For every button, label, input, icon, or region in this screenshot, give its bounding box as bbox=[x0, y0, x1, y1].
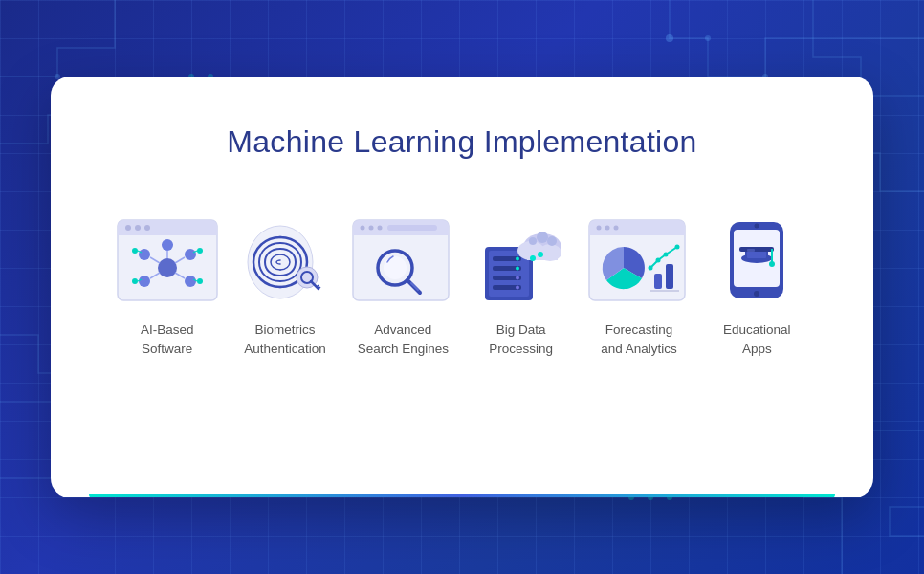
forecasting-label: Forecastingand Analytics bbox=[601, 320, 677, 360]
ai-software-icon-box bbox=[115, 217, 220, 303]
item-biometrics: BiometricsAuthentication bbox=[226, 217, 343, 360]
svg-point-48 bbox=[378, 226, 383, 231]
forecasting-icon-box bbox=[586, 217, 692, 303]
page-title: Machine Learning Implementation bbox=[227, 124, 696, 160]
big-data-icon-box bbox=[469, 217, 574, 303]
svg-point-31 bbox=[132, 278, 138, 284]
svg-point-1 bbox=[705, 35, 711, 41]
svg-point-86 bbox=[663, 253, 668, 257]
svg-point-19 bbox=[139, 249, 150, 260]
svg-point-51 bbox=[384, 256, 407, 279]
svg-point-62 bbox=[516, 276, 519, 280]
svg-rect-81 bbox=[654, 274, 662, 289]
svg-rect-14 bbox=[118, 228, 217, 235]
svg-point-61 bbox=[516, 267, 519, 271]
search-engines-label: AdvancedSearch Engines bbox=[358, 320, 449, 360]
svg-point-29 bbox=[132, 248, 138, 254]
svg-point-0 bbox=[666, 34, 673, 42]
svg-point-21 bbox=[185, 249, 196, 260]
svg-rect-96 bbox=[739, 247, 774, 252]
svg-point-63 bbox=[516, 286, 519, 290]
svg-point-60 bbox=[516, 257, 519, 261]
svg-point-18 bbox=[158, 258, 177, 277]
svg-rect-76 bbox=[589, 228, 685, 235]
svg-point-17 bbox=[144, 225, 150, 231]
svg-point-77 bbox=[596, 226, 601, 231]
svg-point-47 bbox=[369, 226, 374, 231]
ai-software-label: AI-BasedSoftware bbox=[141, 320, 194, 360]
svg-point-16 bbox=[135, 225, 141, 231]
svg-rect-82 bbox=[666, 264, 673, 289]
svg-rect-99 bbox=[747, 249, 755, 252]
svg-point-92 bbox=[754, 291, 759, 297]
svg-line-41 bbox=[317, 285, 319, 287]
svg-point-91 bbox=[755, 224, 759, 229]
big-data-label: Big DataProcessing bbox=[489, 320, 553, 360]
item-big-data: Big DataProcessing bbox=[462, 217, 580, 360]
item-forecasting: Forecastingand Analytics bbox=[580, 217, 697, 360]
svg-point-22 bbox=[139, 276, 150, 287]
biometrics-label: BiometricsAuthentication bbox=[244, 320, 326, 360]
svg-rect-49 bbox=[387, 225, 437, 231]
svg-point-15 bbox=[125, 225, 131, 231]
svg-point-70 bbox=[547, 236, 557, 246]
svg-point-30 bbox=[197, 248, 203, 254]
svg-point-87 bbox=[674, 245, 679, 250]
svg-point-20 bbox=[162, 239, 173, 251]
biometrics-icon-box bbox=[232, 217, 338, 303]
svg-point-23 bbox=[185, 276, 196, 287]
svg-line-42 bbox=[319, 287, 320, 289]
svg-point-78 bbox=[605, 226, 609, 231]
svg-point-68 bbox=[529, 237, 537, 245]
item-education: EducationalApps bbox=[698, 217, 816, 360]
search-engines-icon-box bbox=[350, 217, 455, 303]
svg-point-69 bbox=[537, 232, 548, 243]
main-card: Machine Learning Implementation bbox=[51, 77, 873, 497]
items-row: AI-BasedSoftware bbox=[108, 217, 816, 360]
item-ai-software: AI-BasedSoftware bbox=[108, 217, 226, 360]
svg-point-32 bbox=[197, 278, 203, 284]
svg-point-84 bbox=[648, 266, 652, 271]
svg-point-46 bbox=[361, 226, 365, 231]
svg-point-98 bbox=[769, 261, 775, 267]
svg-point-85 bbox=[655, 258, 660, 263]
svg-point-72 bbox=[538, 252, 543, 257]
education-icon-box bbox=[704, 217, 809, 303]
svg-point-79 bbox=[613, 226, 618, 231]
education-label: EducationalApps bbox=[723, 320, 791, 360]
item-search-engines: AdvancedSearch Engines bbox=[344, 217, 462, 360]
